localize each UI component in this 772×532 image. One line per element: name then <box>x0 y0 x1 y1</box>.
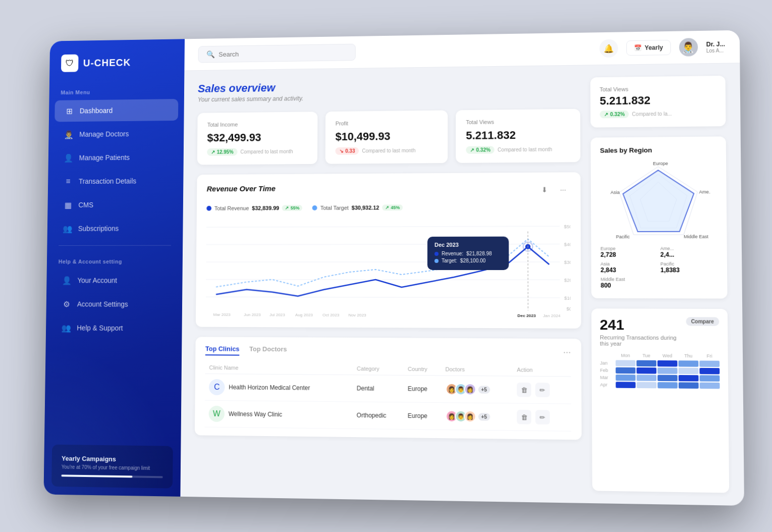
stats-row: Total Income $32,499.93 ↗ 12.95% Compare… <box>197 109 581 165</box>
sidebar-item-manage-doctors[interactable]: 👨‍⚕️ Manage Doctors <box>54 123 178 145</box>
tooltip-dot-target <box>434 258 438 262</box>
table-more-button[interactable]: ··· <box>563 347 571 357</box>
page-header: Sales overview Your current sales summar… <box>198 78 580 103</box>
clinic-name-cell: C Health Horizon Medical Center <box>205 374 353 402</box>
svg-text:Europe: Europe <box>653 161 668 167</box>
stat-badge-profit: ↘ 0.33 <box>336 147 359 155</box>
sidebar-item-label: Subscriptions <box>78 225 119 233</box>
sidebar-item-label: Transaction Details <box>79 177 136 185</box>
logo-icon: 🛡 <box>61 55 79 72</box>
stat-card-profit: Profit $10,499.93 ↘ 0.33 Compared to las… <box>325 111 448 164</box>
help-icon: 👥 <box>62 323 71 333</box>
search-box[interactable]: 🔍 <box>198 44 356 63</box>
sidebar-item-your-account[interactable]: 👤 Your Account <box>52 270 177 291</box>
right-views-badge: ↗ 0.32% <box>600 111 629 119</box>
stat-compare-income: Compared to last month <box>240 149 293 155</box>
download-button[interactable]: ⬇ <box>537 183 552 197</box>
stat-compare-views: Compared to last month <box>498 146 552 152</box>
stat-label-profit: Profit <box>336 120 438 127</box>
tab-top-doctors[interactable]: Top Doctors <box>249 345 287 356</box>
tab-top-clinics[interactable]: Top Clinics <box>205 345 240 355</box>
sidebar-item-dashboard[interactable]: ⊞ Dashboard <box>54 99 178 122</box>
tooltip-target-row: Target: $28,100.00 <box>434 258 502 263</box>
delete-button-2[interactable]: 🗑 <box>517 410 532 424</box>
clinic-cell-2: W Wellness Way Clinic <box>209 406 349 423</box>
sales-by-region-title: Sales by Region <box>600 146 716 154</box>
chart-title: Revenue Over Time <box>207 184 275 193</box>
col-country: Country <box>404 363 441 376</box>
region-asia-value: 2,843 <box>600 267 657 274</box>
region-americas-value: 2,4... <box>660 251 718 258</box>
stat-value-profit: $10,499.93 <box>336 129 438 143</box>
hm-col-tue: Tue <box>636 353 656 358</box>
revenue-chart-svg: $50k $40k $30k $20k $10k $0 <box>206 216 571 318</box>
legend-value-revenue: $32,839.99 <box>252 205 279 211</box>
hm-col-wed: Wed <box>657 353 678 358</box>
sidebar-item-label: Manage Doctors <box>79 130 129 138</box>
stat-value-income: $32,499.93 <box>207 131 307 144</box>
sidebar-item-label: Your Account <box>77 277 117 285</box>
edit-button-1[interactable]: ✏ <box>535 383 550 397</box>
svg-text:Mar 2023: Mar 2023 <box>213 312 231 317</box>
main-content: 🔍 🔔 📅 Yearly 👨‍⚕️ Dr. J... Los A... <box>180 30 744 506</box>
chart-legend: Total Revenue $32,839.99 ↗ 55% Total Tar… <box>206 204 570 211</box>
sidebar-item-manage-patients[interactable]: 👤 Manage Patients <box>54 146 178 169</box>
svg-text:Dec 2023: Dec 2023 <box>517 313 536 318</box>
hm-col-thu: Thu <box>678 353 698 359</box>
right-views-compare: Compared to la... <box>632 111 672 117</box>
stat-value-views: 5.211.832 <box>466 128 570 142</box>
clinic-country-1: Europe <box>404 375 442 402</box>
table-header-row: Top Clinics Top Doctors ··· <box>205 345 571 357</box>
svg-text:Oct 2023: Oct 2023 <box>322 313 340 317</box>
recurring-info: 241 Recurring Transactions during this y… <box>600 317 686 347</box>
calendar-icon: 📅 <box>634 44 641 51</box>
recurring-label: Recurring Transactions during this year <box>600 334 686 347</box>
sidebar-item-transaction-details[interactable]: ≡ Transaction Details <box>53 170 178 192</box>
notification-button[interactable]: 🔔 <box>599 39 618 58</box>
settings-icon: ⚙ <box>62 299 71 309</box>
region-pacific: Pacific 1,8383 <box>660 261 718 274</box>
svg-text:Pacific: Pacific <box>616 234 630 239</box>
sales-by-region-card: Sales by Region Europe Ame... <box>591 136 728 298</box>
tooltip-target-label: Target: <box>442 258 457 263</box>
arrow-up-icon-2: ↗ <box>470 147 474 153</box>
svg-text:Asia: Asia <box>611 190 620 195</box>
edit-button-2[interactable]: ✏ <box>535 410 550 424</box>
search-icon: 🔍 <box>206 50 215 59</box>
delete-button-1[interactable]: 🗑 <box>517 383 531 397</box>
sidebar-item-help-support[interactable]: 👥 Help & Support <box>51 317 176 339</box>
hm-col-fri: Fri <box>699 353 720 359</box>
right-stat-views: Total Views 5.211.832 ↗ 0.32% Compared t… <box>590 76 726 128</box>
sidebar-item-label: Dashboard <box>80 107 113 115</box>
doctors-avatars-1: 👩 👨 👩 +5 <box>446 383 509 396</box>
more-options-button[interactable]: ··· <box>556 182 571 196</box>
clinics-table: Clinic Name Category Country Doctors Act… <box>205 361 571 432</box>
chart-actions: ⬇ ··· <box>537 182 570 197</box>
clinic-action-1: 🗑 ✏ <box>513 376 571 404</box>
dashboard-right: Total Views 5.211.832 ↗ 0.32% Compared t… <box>590 76 729 493</box>
search-input[interactable] <box>218 48 347 58</box>
sidebar-item-account-settings[interactable]: ⚙ Account Settings <box>52 293 177 315</box>
subscriptions-icon: 👥 <box>63 224 72 234</box>
region-asia: Asia 2,843 <box>600 261 657 274</box>
svg-text:Ame...: Ame... <box>699 189 711 194</box>
sidebar-item-cms[interactable]: ▦ CMS <box>53 194 178 216</box>
stat-compare-profit: Compared to last month <box>362 148 415 154</box>
svg-text:Jan 2024: Jan 2024 <box>543 313 561 318</box>
user-info: Dr. J... Los A... <box>706 40 726 54</box>
sidebar-item-subscriptions[interactable]: 👥 Subscriptions <box>53 218 177 240</box>
compare-button[interactable]: Compare <box>686 317 719 326</box>
logo-text: U-CHECK <box>83 57 131 69</box>
tooltip-dot-revenue <box>434 251 438 255</box>
legend-item-revenue: Total Revenue $32,839.99 ↗ 55% <box>206 205 302 211</box>
clinic-icon-1: C <box>209 379 225 395</box>
stat-label-income: Total Income <box>207 121 308 128</box>
yearly-label: Yearly <box>645 44 663 51</box>
sidebar-item-label: Account Settings <box>77 300 128 308</box>
col-action: Action <box>513 363 571 377</box>
yearly-filter-button[interactable]: 📅 Yearly <box>626 40 671 56</box>
clinic-name-1: Health Horizon Medical Center <box>229 384 310 391</box>
clinic-icon-2: W <box>209 406 225 422</box>
tooltip-revenue-label: Revenue: <box>442 251 463 256</box>
chart-header: Revenue Over Time ⬇ ··· <box>207 182 571 198</box>
